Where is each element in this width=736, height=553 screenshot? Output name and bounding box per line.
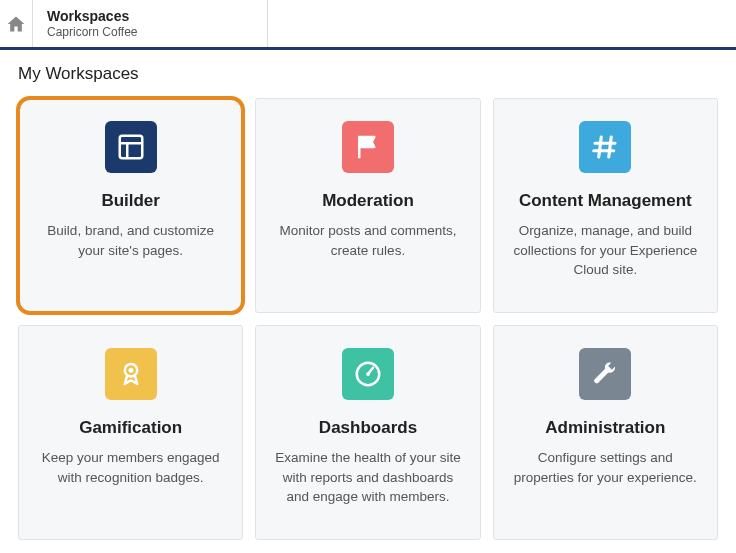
section-title: My Workspaces <box>18 64 718 84</box>
tile-content-management[interactable]: Content Management Organize, manage, and… <box>493 98 718 313</box>
tile-moderation[interactable]: Moderation Monitor posts and comments, c… <box>255 98 480 313</box>
tile-title: Content Management <box>519 191 692 211</box>
builder-icon <box>105 121 157 173</box>
header-title: Workspaces <box>47 8 253 24</box>
tile-title: Dashboards <box>319 418 417 438</box>
tile-title: Gamification <box>79 418 182 438</box>
tile-title: Administration <box>545 418 665 438</box>
tile-gamification[interactable]: Gamification Keep your members engaged w… <box>18 325 243 540</box>
svg-rect-0 <box>119 136 142 159</box>
tile-dashboards[interactable]: Dashboards Examine the health of your si… <box>255 325 480 540</box>
wrench-icon <box>579 348 631 400</box>
home-button[interactable] <box>0 0 33 47</box>
flag-icon <box>342 121 394 173</box>
tile-title: Moderation <box>322 191 414 211</box>
header: Workspaces Capricorn Coffee <box>0 0 736 50</box>
tile-desc: Build, brand, and customize your site's … <box>37 221 224 260</box>
tile-desc: Organize, manage, and build collections … <box>512 221 699 280</box>
home-icon <box>6 14 26 34</box>
badge-icon <box>105 348 157 400</box>
workspace-grid: Builder Build, brand, and customize your… <box>18 98 718 540</box>
breadcrumb[interactable]: Workspaces Capricorn Coffee <box>33 0 268 47</box>
tile-builder[interactable]: Builder Build, brand, and customize your… <box>18 98 243 313</box>
hash-icon <box>579 121 631 173</box>
tile-desc: Keep your members engaged with recogniti… <box>37 448 224 487</box>
content: My Workspaces Builder Build, brand, and … <box>0 50 736 553</box>
tile-desc: Configure settings and properties for yo… <box>512 448 699 487</box>
tile-administration[interactable]: Administration Configure settings and pr… <box>493 325 718 540</box>
svg-point-6 <box>366 372 370 376</box>
svg-point-4 <box>128 368 133 373</box>
tile-desc: Examine the health of your site with rep… <box>274 448 461 507</box>
gauge-icon <box>342 348 394 400</box>
tile-title: Builder <box>101 191 160 211</box>
tile-desc: Monitor posts and comments, create rules… <box>274 221 461 260</box>
header-subtitle: Capricorn Coffee <box>47 25 253 39</box>
